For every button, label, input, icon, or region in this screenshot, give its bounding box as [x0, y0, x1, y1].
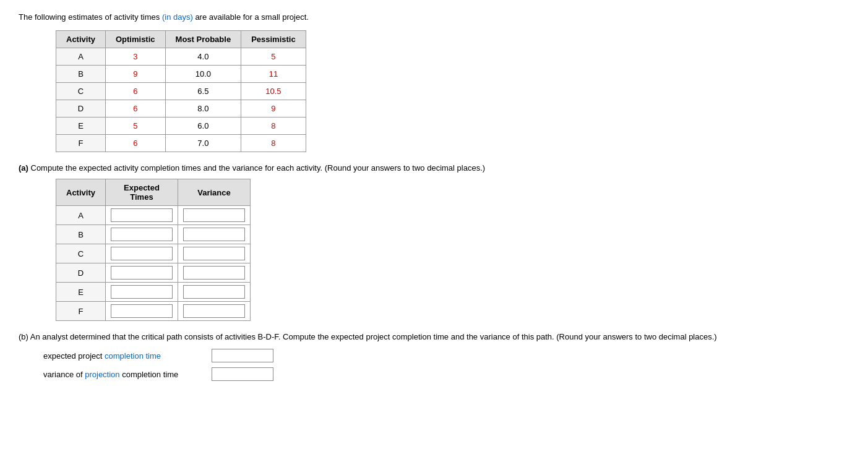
col2-header-activity: Activity: [56, 179, 106, 206]
col2-header-expected: ExpectedTimes: [105, 179, 178, 206]
pessimistic-cell: 9: [241, 100, 306, 118]
most-probable-cell: 6.5: [165, 83, 241, 100]
pessimistic-cell: 11: [241, 66, 306, 83]
col-header-most-probable: Most Probable: [165, 31, 241, 48]
table-row: C 6 6.5 10.5: [56, 83, 306, 100]
variance-input[interactable]: [183, 228, 245, 241]
intro-text-paren: (in days): [162, 12, 193, 22]
part-b-text: An analyst determined that the critical …: [28, 332, 717, 341]
col-header-optimistic: Optimistic: [105, 31, 165, 48]
variance-cell[interactable]: [178, 206, 250, 225]
intro-text-after: are available for a small project.: [193, 12, 309, 22]
table-row: C: [56, 244, 251, 263]
expected-time-input[interactable]: [111, 285, 173, 299]
optimistic-cell: 3: [105, 48, 165, 66]
activity-cell: C: [56, 83, 106, 100]
part-b-section: (b) An analyst determined that the criti…: [19, 332, 849, 381]
variance-completion-input[interactable]: [212, 367, 273, 381]
variance-input[interactable]: [183, 247, 245, 260]
expected-time-cell[interactable]: [105, 263, 178, 283]
most-probable-cell: 8.0: [165, 100, 241, 118]
variance-input[interactable]: [183, 304, 245, 318]
part-a-text: Compute the expected activity completion…: [28, 163, 485, 173]
table-row: F: [56, 302, 251, 321]
part-a-label: (a) Compute the expected activity comple…: [19, 163, 849, 173]
most-probable-cell: 7.0: [165, 135, 241, 152]
expected-completion-row: expected project completion time: [43, 349, 849, 362]
variance-cell[interactable]: [178, 244, 250, 263]
variance-input[interactable]: [183, 208, 245, 222]
activity-cell: A: [56, 48, 106, 66]
expected-time-input[interactable]: [111, 266, 173, 280]
activity-cell: F: [56, 135, 106, 152]
expected-completion-input[interactable]: [212, 349, 273, 362]
col-header-pessimistic: Pessimistic: [241, 31, 306, 48]
table-row: E: [56, 283, 251, 302]
optimistic-cell: 6: [105, 83, 165, 100]
table-row: A 3 4.0 5: [56, 48, 306, 66]
activity-cell: E: [56, 118, 106, 135]
optimistic-cell: 9: [105, 66, 165, 83]
variance-completion-row: variance of projection completion time: [43, 367, 849, 381]
variance-input[interactable]: [183, 285, 245, 299]
optimistic-cell: 6: [105, 100, 165, 118]
expected-completion-label: expected project completion time: [43, 351, 204, 361]
most-probable-cell: 6.0: [165, 118, 241, 135]
expected-time-input[interactable]: [111, 228, 173, 241]
variance-cell[interactable]: [178, 302, 250, 321]
expected-time-input[interactable]: [111, 208, 173, 222]
table-row: A: [56, 206, 251, 225]
activity-estimates-table: Activity Optimistic Most Probable Pessim…: [56, 30, 306, 152]
pessimistic-cell: 8: [241, 135, 306, 152]
activity-cell: F: [56, 302, 106, 321]
expected-time-input[interactable]: [111, 304, 173, 318]
table-row: E 5 6.0 8: [56, 118, 306, 135]
bottom-fields-container: expected project completion time varianc…: [43, 349, 849, 381]
table-row: D 6 8.0 9: [56, 100, 306, 118]
expected-time-cell[interactable]: [105, 283, 178, 302]
variance-cell[interactable]: [178, 283, 250, 302]
variance-cell[interactable]: [178, 263, 250, 283]
activity-cell: B: [56, 66, 106, 83]
expected-time-input[interactable]: [111, 247, 173, 260]
activity-cell: D: [56, 100, 106, 118]
variance-input[interactable]: [183, 266, 245, 280]
expected-time-cell[interactable]: [105, 244, 178, 263]
part-a-marker: (a): [19, 163, 28, 173]
pessimistic-cell: 5: [241, 48, 306, 66]
activity-cell: B: [56, 225, 106, 244]
intro-paragraph: The following estimates of activity time…: [19, 12, 849, 22]
optimistic-cell: 5: [105, 118, 165, 135]
pessimistic-cell: 8: [241, 118, 306, 135]
table-row: B 9 10.0 11: [56, 66, 306, 83]
most-probable-cell: 10.0: [165, 66, 241, 83]
activity-cell: D: [56, 263, 106, 283]
part-b-label: (b) An analyst determined that the criti…: [19, 332, 849, 341]
most-probable-cell: 4.0: [165, 48, 241, 66]
pessimistic-cell: 10.5: [241, 83, 306, 100]
activity-cell: C: [56, 244, 106, 263]
activity-cell: E: [56, 283, 106, 302]
optimistic-cell: 6: [105, 135, 165, 152]
table-row: F 6 7.0 8: [56, 135, 306, 152]
expected-time-cell[interactable]: [105, 302, 178, 321]
expected-times-table: Activity ExpectedTimes Variance A B C D …: [56, 179, 251, 321]
variance-cell[interactable]: [178, 225, 250, 244]
expected-time-cell[interactable]: [105, 225, 178, 244]
activity-cell: A: [56, 206, 106, 225]
variance-completion-label: variance of projection completion time: [43, 370, 204, 379]
intro-text-before: The following estimates of activity time…: [19, 12, 162, 22]
expected-time-cell[interactable]: [105, 206, 178, 225]
col2-header-variance: Variance: [178, 179, 250, 206]
table-row: D: [56, 263, 251, 283]
part-b-marker: (b): [19, 332, 28, 341]
table-row: B: [56, 225, 251, 244]
col-header-activity: Activity: [56, 31, 106, 48]
